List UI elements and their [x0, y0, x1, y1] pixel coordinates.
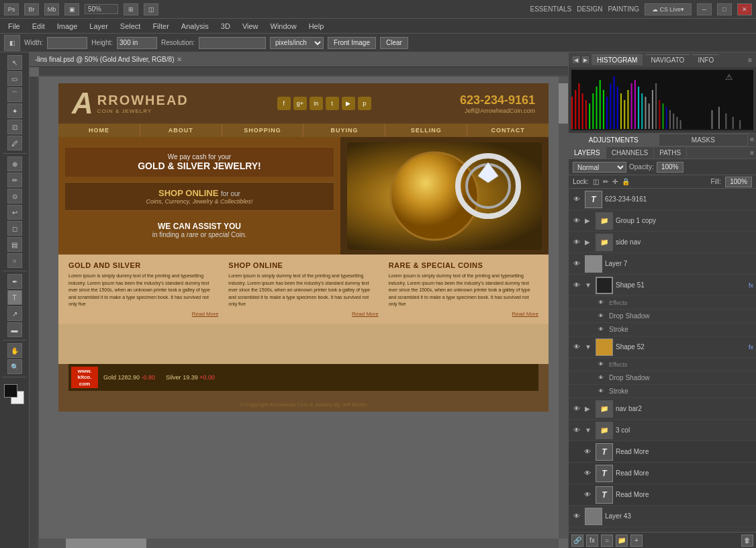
- br-icon[interactable]: Br: [24, 3, 39, 15]
- layer-visibility-eye[interactable]: 👁: [571, 511, 582, 522]
- brush-tool[interactable]: ✏: [7, 173, 22, 187]
- add-mask-button[interactable]: ○: [601, 535, 613, 547]
- layer-visibility-eye[interactable]: 👁: [582, 490, 593, 500]
- marquee-tool[interactable]: ▭: [7, 71, 22, 86]
- layer-fx-icon[interactable]: fx: [749, 344, 753, 351]
- layer-item[interactable]: 👁 ▼ Shape 51 fx: [569, 275, 756, 296]
- layer-visibility-eye[interactable]: 👁: [571, 194, 582, 205]
- pen-tool[interactable]: ✒: [7, 274, 22, 289]
- layer-effect-eye[interactable]: 👁: [596, 359, 606, 370]
- design-btn[interactable]: DESIGN: [577, 5, 602, 13]
- move-tool[interactable]: ↖: [7, 55, 22, 70]
- fill-input[interactable]: [725, 177, 752, 187]
- resolution-input[interactable]: [199, 37, 266, 49]
- resolution-unit[interactable]: pixels/inch: [270, 37, 324, 49]
- layer-item[interactable]: 👁 T Read More: [569, 441, 756, 463]
- shape-tool[interactable]: ▬: [7, 322, 22, 337]
- lock-image-icon[interactable]: ✏: [603, 178, 608, 185]
- adj-menu-icon[interactable]: ≡: [748, 134, 756, 146]
- layer-item[interactable]: 👁 Layer 43: [569, 506, 756, 527]
- clear-button[interactable]: Clear: [380, 37, 408, 49]
- layer-item[interactable]: 👁 ▶ 📁 Group 1 copy: [569, 210, 756, 232]
- dodge-tool[interactable]: ○: [7, 253, 22, 268]
- h-scroll-thumb[interactable]: [66, 539, 146, 548]
- menu-image[interactable]: Image: [52, 21, 83, 32]
- layers-menu-icon[interactable]: ≡: [748, 147, 756, 158]
- layer-fx-icon[interactable]: fx: [749, 282, 753, 289]
- ps-icon[interactable]: Ps: [4, 3, 19, 15]
- canvas-close-btn[interactable]: ✕: [177, 56, 182, 63]
- lock-all-icon[interactable]: 🔒: [622, 178, 630, 185]
- menu-file[interactable]: File: [3, 21, 26, 32]
- tab-navigator[interactable]: NAVIGATO: [645, 54, 690, 65]
- layer-visibility-eye[interactable]: 👁: [571, 280, 582, 291]
- link-layers-button[interactable]: 🔗: [571, 535, 583, 547]
- lock-position-icon[interactable]: ✛: [612, 178, 618, 185]
- arrange-icon[interactable]: ⊞: [124, 3, 138, 15]
- new-layer-button[interactable]: +: [630, 535, 643, 547]
- cs-live-btn[interactable]: ☁ CS Live▾: [645, 3, 692, 15]
- layer-expand-icon[interactable]: ▼: [585, 343, 593, 351]
- menu-filter[interactable]: Filter: [147, 21, 174, 32]
- layer-item[interactable]: 👁 ▼ 📁 3 col: [569, 420, 756, 441]
- layer-expand-icon[interactable]: ▶: [585, 217, 593, 224]
- lasso-tool[interactable]: ⌒: [7, 87, 22, 102]
- mb-icon[interactable]: Mb: [44, 3, 59, 15]
- menu-layer[interactable]: Layer: [84, 21, 113, 32]
- tab-histogram[interactable]: HISTOGRAM: [592, 54, 643, 65]
- menu-3d[interactable]: 3D: [216, 21, 236, 32]
- zoom2-icon[interactable]: ◫: [144, 3, 158, 15]
- layer-item[interactable]: 👁 T 623-234-9161: [569, 189, 756, 210]
- gradient-tool[interactable]: ▤: [7, 237, 22, 252]
- layer-visibility-eye[interactable]: 👁: [571, 216, 582, 226]
- history-brush-tool[interactable]: ↩: [7, 205, 22, 220]
- opacity-input[interactable]: [657, 162, 683, 173]
- new-group-button[interactable]: 📁: [616, 535, 628, 547]
- menu-window[interactable]: Window: [265, 21, 302, 32]
- path-select-tool[interactable]: ↗: [7, 306, 22, 321]
- layer-visibility-eye[interactable]: 👁: [571, 342, 582, 353]
- quick-select-tool[interactable]: ✦: [7, 103, 22, 118]
- height-input[interactable]: [117, 37, 157, 49]
- essentials-btn[interactable]: ESSENTIALS: [530, 5, 571, 13]
- layer-expand-icon[interactable]: ▶: [585, 405, 593, 412]
- layer-effect-eye[interactable]: 👁: [596, 386, 606, 397]
- eyedropper-tool[interactable]: 🖉: [7, 136, 22, 150]
- layer-effect-eye[interactable]: 👁: [596, 324, 606, 335]
- painting-btn[interactable]: PAINTING: [608, 5, 639, 13]
- maximize-btn[interactable]: □: [717, 3, 732, 15]
- histogram-menu-icon[interactable]: ≡: [748, 56, 752, 64]
- layer-visibility-eye[interactable]: 👁: [582, 468, 593, 479]
- menu-select[interactable]: Select: [115, 21, 146, 32]
- layer-expand-icon[interactable]: ▶: [585, 238, 593, 246]
- zoom-input[interactable]: 50%: [85, 4, 118, 14]
- zoom-tool[interactable]: 🔍: [7, 359, 22, 374]
- type-tool[interactable]: T: [7, 290, 22, 305]
- layer-item[interactable]: 👁 T Read More: [569, 484, 756, 506]
- close-btn[interactable]: ✕: [737, 3, 752, 15]
- tab-channels[interactable]: CHANNELS: [606, 147, 654, 158]
- layer-item[interactable]: 👁 T Read More: [569, 463, 756, 484]
- foreground-color[interactable]: [4, 384, 17, 398]
- panel-expand-icon[interactable]: ▶: [582, 56, 589, 63]
- layer-effect-eye[interactable]: 👁: [596, 298, 606, 308]
- v-scroll-thumb[interactable]: [559, 83, 568, 124]
- layer-visibility-eye[interactable]: 👁: [571, 425, 582, 436]
- tab-layers[interactable]: LAYERS: [569, 147, 606, 158]
- clone-tool[interactable]: ⊙: [7, 189, 22, 203]
- tab-masks[interactable]: MASKS: [659, 134, 749, 146]
- layer-expand-icon[interactable]: ▼: [585, 426, 593, 434]
- layer-visibility-eye[interactable]: 👁: [571, 237, 582, 248]
- tab-info[interactable]: INFO: [692, 54, 719, 65]
- menu-edit[interactable]: Edit: [27, 21, 50, 32]
- tab-adjustments[interactable]: ADJUSTMENTS: [569, 134, 659, 146]
- layer-item[interactable]: 👁 ▶ 📁 nav bar2: [569, 398, 756, 420]
- layer-effect-eye[interactable]: 👁: [596, 311, 606, 322]
- layer-visibility-eye[interactable]: 👁: [582, 447, 593, 457]
- layer-item[interactable]: 👁 ▼ Shape 52 fx: [569, 336, 756, 358]
- menu-analysis[interactable]: Analysis: [176, 21, 214, 32]
- menu-help[interactable]: Help: [303, 21, 330, 32]
- eraser-tool[interactable]: ◻: [7, 221, 22, 236]
- v-scrollbar[interactable]: [559, 77, 568, 539]
- layer-expand-icon[interactable]: ▼: [585, 281, 593, 289]
